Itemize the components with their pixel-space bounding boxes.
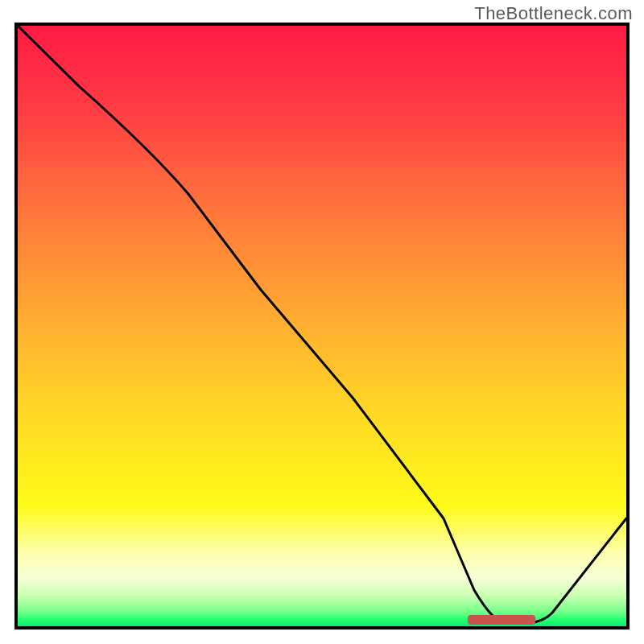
watermark-text: TheBottleneck.com — [474, 3, 633, 24]
optimal-marker — [468, 615, 535, 625]
curve-svg — [18, 26, 626, 626]
plot-area — [14, 23, 630, 630]
chart-container: TheBottleneck.com — [0, 0, 644, 644]
bottleneck-curve-path — [18, 26, 626, 623]
